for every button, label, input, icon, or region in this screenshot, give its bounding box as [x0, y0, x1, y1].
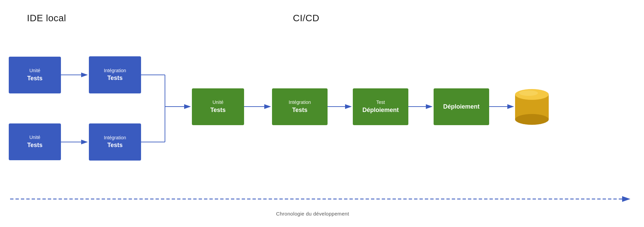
integration-bottom-line1: Intégration	[104, 135, 126, 141]
integration-ci-line1: Intégration	[289, 99, 311, 106]
test-deploiement-line1: Test	[376, 99, 385, 106]
unite-bottom-box: Unité Tests	[9, 123, 61, 160]
timeline-label: Chronologie du développement	[276, 211, 349, 217]
unite-bottom-line2: Tests	[27, 141, 43, 149]
integration-ci-line2: Tests	[292, 106, 308, 114]
unite-top-line2: Tests	[27, 74, 43, 83]
integration-bottom-line2: Tests	[107, 141, 123, 149]
unite-ci-line1: Unité	[212, 99, 224, 106]
cicd-label: CI/CD	[293, 13, 319, 24]
deploiement-box: Déploiement	[434, 88, 489, 125]
integration-bottom-box: Intégration Tests	[89, 123, 141, 161]
test-deploiement-line2: Déploiement	[362, 106, 399, 114]
test-deploiement-box: Test Déploiement	[353, 88, 408, 125]
diagram-container: IDE local CI/CD	[0, 0, 644, 227]
integration-ci-box: Intégration Tests	[272, 88, 328, 125]
unite-ci-line2: Tests	[210, 106, 226, 114]
unite-top-box: Unité Tests	[9, 57, 61, 93]
database-icon	[513, 85, 550, 129]
unite-bottom-line1: Unité	[29, 134, 40, 141]
unite-top-line1: Unité	[29, 67, 40, 74]
svg-point-15	[515, 114, 549, 125]
integration-top-line1: Intégration	[104, 67, 126, 74]
integration-top-box: Intégration Tests	[89, 56, 141, 93]
ide-local-label: IDE local	[27, 13, 66, 24]
integration-top-line2: Tests	[107, 74, 123, 82]
deploiement-line2: Déploiement	[443, 103, 479, 111]
unite-ci-box: Unité Tests	[192, 88, 244, 125]
svg-point-17	[519, 90, 538, 96]
